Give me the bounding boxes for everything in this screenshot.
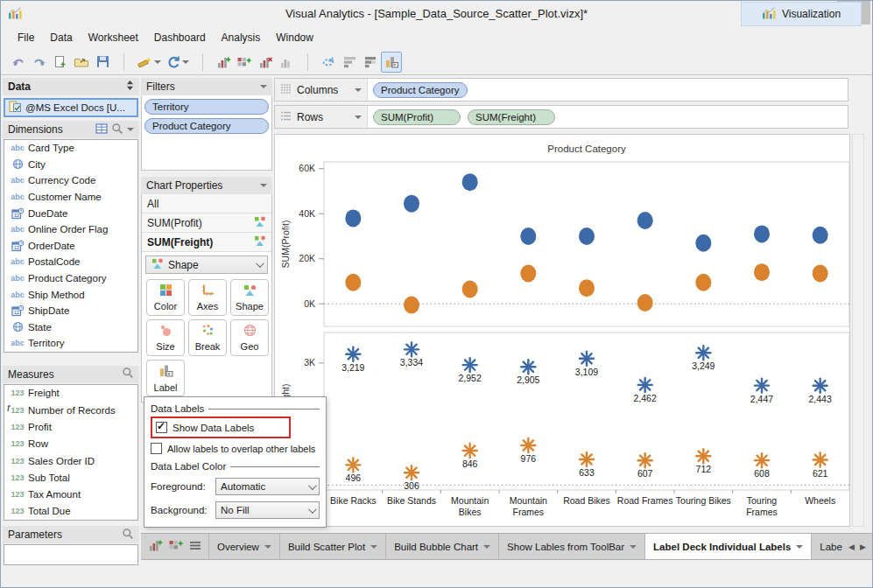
menu-item[interactable]: Dashboard — [146, 28, 214, 47]
data-point[interactable] — [405, 466, 419, 480]
data-point[interactable] — [755, 453, 769, 467]
filter-pill[interactable]: Product Category — [144, 118, 269, 134]
sort-updown-icon[interactable] — [126, 80, 134, 94]
data-point[interactable] — [580, 452, 594, 466]
chevron-down-icon[interactable] — [260, 184, 267, 187]
foreground-select[interactable]: Automatic — [215, 478, 320, 495]
data-point[interactable] — [695, 234, 711, 252]
search-icon[interactable] — [122, 367, 134, 382]
menu-item[interactable]: Worksheet — [81, 28, 146, 47]
sort2-button[interactable] — [360, 52, 381, 73]
chartdel-button[interactable] — [255, 52, 276, 73]
undo-button[interactable] — [8, 52, 29, 73]
chartsel-button[interactable] — [381, 52, 402, 73]
sep-button[interactable] — [297, 52, 318, 73]
search-icon[interactable] — [111, 122, 123, 137]
search-icon[interactable] — [122, 528, 134, 542]
chartgray-button[interactable] — [276, 52, 297, 73]
data-point[interactable] — [813, 379, 827, 393]
data-source-item[interactable]: @MS Excel Docs [U... — [4, 98, 138, 117]
tab-scroll-right-icon[interactable]: ▶ — [860, 542, 866, 551]
data-point[interactable] — [754, 263, 770, 281]
data-point[interactable] — [520, 264, 536, 282]
filter-pill[interactable]: Territory — [144, 99, 269, 115]
data-point[interactable] — [405, 342, 419, 356]
dimension-item[interactable]: State — [4, 319, 137, 336]
data-point[interactable] — [345, 274, 361, 291]
color-button[interactable]: Color — [146, 279, 185, 316]
dimension-item[interactable]: 12DueDate — [4, 205, 137, 221]
gridadd-button[interactable] — [234, 52, 255, 73]
redo-button[interactable] — [29, 52, 50, 73]
dimension-item[interactable]: abcOnline Order Flag — [4, 221, 137, 238]
chevron-down-icon[interactable] — [260, 85, 267, 88]
sort1-button[interactable] — [339, 52, 360, 73]
data-point[interactable] — [404, 195, 419, 213]
sheet-tab[interactable]: Show Lables from ToolBar — [499, 534, 645, 559]
new-worksheet-icon[interactable] — [168, 538, 184, 555]
dimension-item[interactable]: abcCustomer Name — [4, 189, 137, 206]
data-point[interactable] — [579, 228, 595, 245]
data-point[interactable] — [463, 444, 477, 458]
folder-button[interactable] — [71, 52, 92, 73]
shelf-pill[interactable]: Product Category — [373, 82, 468, 98]
dimension-item[interactable]: 12ShipDate — [4, 303, 137, 319]
overlap-labels-checkbox[interactable] — [151, 443, 162, 454]
data-point[interactable] — [813, 264, 828, 282]
measure-item[interactable]: 123Sales Order ID — [4, 452, 137, 469]
dimension-item[interactable]: abcTerritory — [4, 335, 137, 352]
measure-item[interactable]: 123Freight — [4, 385, 137, 402]
dimension-item[interactable]: abcShip Method — [4, 286, 137, 303]
measure-item[interactable]: ƒ123Number of Records — [4, 402, 137, 418]
data-point[interactable] — [346, 347, 360, 361]
new-viewsheet-icon[interactable] — [148, 538, 163, 555]
property-target-row[interactable]: SUM(Profit) — [142, 214, 271, 233]
overlap-labels-row[interactable]: Allow labels to overlap other labels — [151, 441, 320, 456]
menu-item[interactable]: Data — [42, 28, 80, 47]
data-point[interactable] — [346, 458, 360, 472]
sheet-tab[interactable]: Label Deck Individual Labels — [645, 534, 812, 559]
dimension-item[interactable]: abcProduct Category — [4, 270, 137, 287]
dimension-item[interactable]: City — [4, 157, 137, 173]
data-point[interactable] — [813, 227, 828, 244]
data-point[interactable] — [696, 346, 710, 360]
vertical-scrollbar[interactable] — [852, 134, 864, 527]
data-point[interactable] — [813, 453, 827, 467]
chartadd-button[interactable] — [213, 52, 234, 73]
data-point[interactable] — [521, 360, 535, 374]
axes-button[interactable]: Axes — [188, 279, 227, 316]
table-icon[interactable] — [95, 123, 108, 136]
sheet-menu-icon[interactable] — [189, 541, 201, 553]
wand-button[interactable] — [134, 52, 164, 73]
property-target-row[interactable]: SUM(Freight) — [142, 233, 271, 252]
data-point[interactable] — [520, 228, 536, 245]
data-point[interactable] — [579, 279, 595, 297]
geo-button[interactable]: Geo — [230, 319, 269, 356]
data-point[interactable] — [638, 453, 652, 467]
measure-item[interactable]: 123Sub Total — [4, 469, 137, 486]
measure-item[interactable]: 123Profit — [4, 418, 137, 435]
measure-item[interactable]: 123Row — [4, 436, 137, 452]
data-point[interactable] — [345, 209, 361, 227]
data-point[interactable] — [462, 281, 478, 298]
data-point[interactable] — [521, 438, 535, 452]
data-point[interactable] — [695, 274, 711, 291]
shape-button[interactable]: Shape — [230, 279, 269, 316]
menu-item[interactable]: Window — [268, 28, 321, 47]
background-select[interactable]: No Fill — [215, 501, 320, 519]
sheet-tab[interactable]: Build Scatter Plot — [280, 534, 386, 559]
show-data-labels-checkbox[interactable] — [156, 422, 167, 433]
refresh-button[interactable] — [164, 52, 192, 73]
size-button[interactable]: Size — [146, 319, 185, 356]
data-point[interactable] — [755, 379, 769, 393]
sheet-tab[interactable]: Build Bubble Chart — [386, 534, 499, 559]
chevron-down-icon[interactable] — [355, 88, 362, 92]
visualization-tab[interactable]: Visualization — [741, 2, 862, 26]
data-point[interactable] — [404, 297, 419, 314]
dimension-item[interactable]: abcCard Type — [4, 140, 137, 157]
data-point[interactable] — [462, 173, 478, 191]
menu-item[interactable]: Analysis — [214, 28, 269, 47]
shelf-pill[interactable]: SUM(Profit) — [373, 109, 461, 125]
save-button[interactable] — [92, 52, 113, 73]
newfile-button[interactable] — [50, 52, 71, 73]
